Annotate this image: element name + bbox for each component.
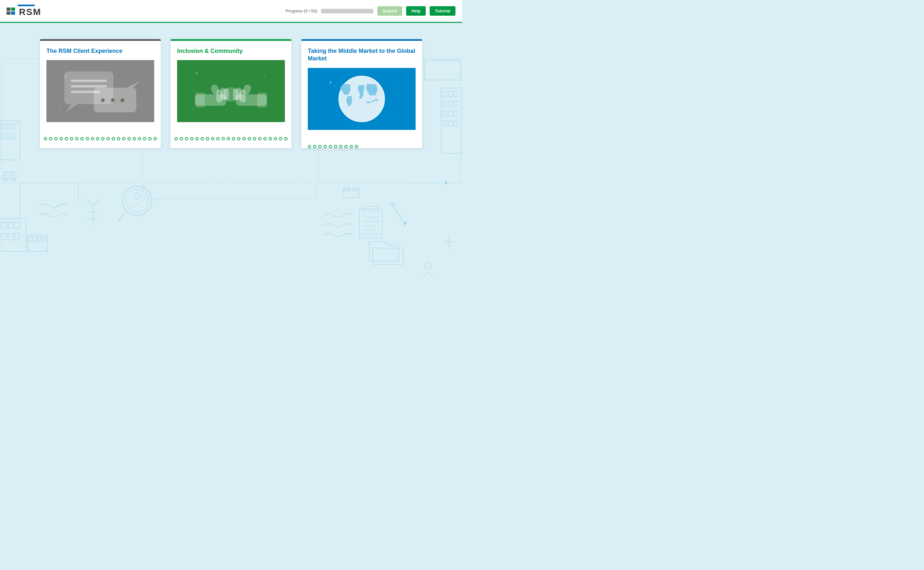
svg-rect-57 (363, 206, 378, 211)
card-2-title: Inclusion & Community (177, 48, 285, 55)
header-right: Progress (0 / 50) Submit Help Tutorial (286, 6, 455, 16)
svg-text:+: + (394, 86, 396, 90)
dot (148, 137, 152, 140)
svg-text:+: + (60, 104, 61, 108)
svg-rect-116 (343, 91, 349, 93)
dot (253, 137, 256, 140)
dot (185, 137, 188, 140)
dot (86, 137, 89, 140)
dot (308, 145, 311, 148)
svg-line-35 (93, 199, 100, 206)
chat-illustration-svg: + ○ + + (55, 62, 146, 121)
submit-button[interactable]: Submit (377, 6, 402, 16)
logo-bar (18, 5, 35, 6)
svg-line-34 (86, 199, 93, 206)
svg-rect-101 (257, 93, 267, 107)
svg-rect-134 (347, 101, 352, 104)
svg-marker-84 (126, 81, 140, 88)
svg-text:+: + (136, 104, 138, 108)
handshake-illustration-svg: + + ○ + ○ ○ (185, 62, 277, 121)
svg-rect-22 (28, 235, 48, 251)
card-rsm-client-experience[interactable]: The RSM Client Experience + ○ + + (40, 39, 161, 148)
card-2-dots (171, 137, 291, 140)
card-global-market[interactable]: Taking the Middle Market to the Global M… (301, 39, 422, 148)
dot (143, 137, 146, 140)
dot (258, 137, 261, 140)
cards-container: The RSM Client Experience + ○ + + (13, 33, 449, 148)
dot (318, 145, 321, 148)
card-3-title: Taking the Middle Market to the Global M… (308, 48, 416, 63)
dot (211, 137, 214, 140)
card-1-title: The RSM Client Experience (46, 48, 154, 55)
tutorial-button[interactable]: Tutorial (430, 6, 455, 16)
progress-label: Progress (0 / 50) (286, 9, 317, 14)
card-inclusion-community[interactable]: Inclusion & Community + + ○ + ○ ○ (171, 39, 291, 148)
svg-rect-118 (358, 85, 364, 87)
dot (190, 137, 194, 140)
dot (80, 137, 84, 140)
svg-rect-80 (71, 80, 107, 82)
dot (201, 137, 204, 140)
dot (284, 137, 288, 140)
dot (243, 137, 246, 140)
dot (91, 137, 94, 140)
svg-rect-81 (71, 85, 107, 87)
dot (279, 137, 282, 140)
svg-rect-46 (454, 111, 458, 116)
svg-rect-21 (15, 233, 20, 240)
svg-rect-121 (360, 92, 363, 94)
svg-text:★: ★ (100, 96, 106, 104)
card-3-dots (301, 145, 422, 148)
svg-rect-23 (29, 237, 32, 241)
dot (106, 137, 110, 140)
logo-sq-dark-1 (6, 8, 11, 11)
dot (216, 137, 220, 140)
card-1-dots (40, 137, 161, 140)
svg-rect-24 (33, 237, 37, 241)
logo: RSM (6, 5, 41, 17)
svg-rect-17 (8, 222, 13, 228)
dot (128, 137, 131, 140)
dot (122, 137, 126, 140)
card-2-content: Inclusion & Community + + ○ + ○ ○ (171, 41, 291, 132)
help-button[interactable]: Help (406, 6, 426, 16)
dot (313, 145, 316, 148)
svg-rect-19 (2, 233, 6, 240)
dot (49, 137, 52, 140)
svg-point-30 (134, 193, 140, 199)
svg-rect-124 (367, 84, 377, 87)
svg-rect-49 (454, 121, 458, 126)
svg-rect-127 (368, 92, 377, 94)
dot (138, 137, 141, 140)
dot (180, 137, 183, 140)
svg-rect-125 (366, 87, 377, 89)
card-3-content: Taking the Middle Market to the Global M… (301, 41, 422, 140)
logo-text: RSM (19, 7, 41, 17)
dot (227, 137, 230, 140)
svg-text:○: ○ (391, 114, 393, 118)
svg-line-29 (118, 214, 124, 222)
dot (206, 137, 209, 140)
dot (263, 137, 267, 140)
svg-point-106 (222, 87, 240, 101)
svg-text:+: + (329, 80, 332, 85)
dot (44, 137, 47, 140)
svg-rect-14 (5, 172, 13, 176)
svg-rect-123 (359, 97, 362, 99)
logo-squares (6, 8, 15, 15)
svg-rect-130 (372, 101, 374, 102)
svg-rect-117 (344, 93, 349, 95)
svg-rect-133 (346, 99, 352, 101)
svg-text:★: ★ (119, 96, 126, 104)
card-1-content: The RSM Client Experience + ○ + + (40, 41, 161, 132)
svg-rect-5 (6, 134, 10, 139)
svg-rect-114 (340, 86, 350, 89)
card-1-image: + ○ + + (46, 60, 154, 122)
dot (274, 137, 277, 140)
svg-point-66 (425, 263, 431, 269)
logo-sq-blue (11, 11, 15, 15)
dot (323, 145, 327, 148)
dot (60, 137, 63, 140)
svg-rect-120 (358, 90, 364, 92)
svg-text:○: ○ (267, 104, 269, 108)
